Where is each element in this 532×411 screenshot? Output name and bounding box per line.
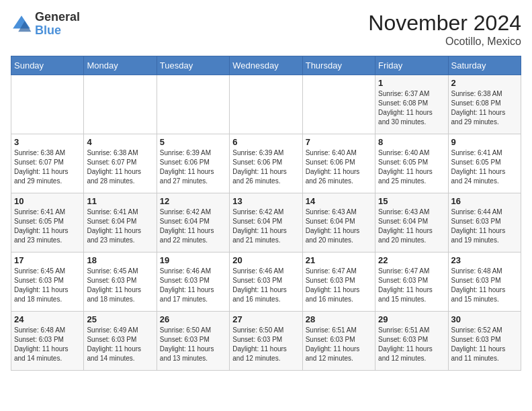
calendar-cell: 19Sunrise: 6:46 AM Sunset: 6:03 PM Dayli… <box>157 253 229 312</box>
calendar-cell: 6Sunrise: 6:39 AM Sunset: 6:06 PM Daylig… <box>230 134 302 193</box>
day-info: Sunrise: 6:45 AM Sunset: 6:03 PM Dayligh… <box>14 267 81 304</box>
day-info: Sunrise: 6:44 AM Sunset: 6:03 PM Dayligh… <box>451 208 518 245</box>
day-number: 29 <box>378 314 445 324</box>
month-title: November 2024 <box>368 11 521 36</box>
calendar-body: 1Sunrise: 6:37 AM Sunset: 6:08 PM Daylig… <box>11 75 521 371</box>
day-info: Sunrise: 6:41 AM Sunset: 6:05 PM Dayligh… <box>451 148 518 186</box>
calendar-cell: 23Sunrise: 6:48 AM Sunset: 6:03 PM Dayli… <box>448 253 521 312</box>
calendar-cell: 18Sunrise: 6:45 AM Sunset: 6:03 PM Dayli… <box>84 253 157 312</box>
day-info: Sunrise: 6:43 AM Sunset: 6:04 PM Dayligh… <box>306 208 372 245</box>
day-number: 4 <box>87 137 153 147</box>
page-header: General Blue November 2024 Ocotillo, Mex… <box>11 11 521 48</box>
day-number: 10 <box>14 196 81 206</box>
weekday-header-saturday: Saturday <box>448 56 521 75</box>
day-info: Sunrise: 6:41 AM Sunset: 6:05 PM Dayligh… <box>14 208 81 245</box>
calendar-cell: 15Sunrise: 6:43 AM Sunset: 6:04 PM Dayli… <box>375 193 448 253</box>
calendar-cell: 5Sunrise: 6:39 AM Sunset: 6:06 PM Daylig… <box>157 134 229 193</box>
day-number: 6 <box>232 137 299 147</box>
calendar-cell <box>84 75 157 134</box>
calendar-cell: 26Sunrise: 6:50 AM Sunset: 6:03 PM Dayli… <box>157 312 229 371</box>
day-number: 7 <box>306 137 372 147</box>
day-info: Sunrise: 6:38 AM Sunset: 6:07 PM Dayligh… <box>14 148 81 186</box>
day-info: Sunrise: 6:49 AM Sunset: 6:03 PM Dayligh… <box>87 326 153 363</box>
day-number: 19 <box>160 255 226 265</box>
day-number: 30 <box>451 314 518 324</box>
calendar-cell: 28Sunrise: 6:51 AM Sunset: 6:03 PM Dayli… <box>302 312 375 371</box>
day-number: 13 <box>232 196 299 206</box>
day-info: Sunrise: 6:50 AM Sunset: 6:03 PM Dayligh… <box>232 326 299 363</box>
calendar-cell: 11Sunrise: 6:41 AM Sunset: 6:04 PM Dayli… <box>84 193 157 253</box>
calendar-week-3: 10Sunrise: 6:41 AM Sunset: 6:05 PM Dayli… <box>11 193 521 253</box>
weekday-header-tuesday: Tuesday <box>157 56 229 75</box>
calendar-cell <box>11 75 84 134</box>
calendar-week-5: 24Sunrise: 6:48 AM Sunset: 6:03 PM Dayli… <box>11 312 521 371</box>
weekday-header-monday: Monday <box>84 56 157 75</box>
day-info: Sunrise: 6:41 AM Sunset: 6:04 PM Dayligh… <box>87 208 153 245</box>
day-info: Sunrise: 6:45 AM Sunset: 6:03 PM Dayligh… <box>87 267 153 304</box>
calendar-week-1: 1Sunrise: 6:37 AM Sunset: 6:08 PM Daylig… <box>11 75 521 134</box>
calendar-cell: 24Sunrise: 6:48 AM Sunset: 6:03 PM Dayli… <box>11 312 84 371</box>
day-number: 21 <box>306 255 372 265</box>
day-number: 8 <box>378 137 445 147</box>
day-number: 14 <box>306 196 372 206</box>
calendar-cell: 21Sunrise: 6:47 AM Sunset: 6:03 PM Dayli… <box>302 253 375 312</box>
calendar-cell: 25Sunrise: 6:49 AM Sunset: 6:03 PM Dayli… <box>84 312 157 371</box>
day-number: 2 <box>451 78 518 88</box>
calendar-cell: 8Sunrise: 6:40 AM Sunset: 6:05 PM Daylig… <box>375 134 448 193</box>
day-number: 20 <box>232 255 299 265</box>
day-info: Sunrise: 6:39 AM Sunset: 6:06 PM Dayligh… <box>232 148 299 186</box>
day-info: Sunrise: 6:51 AM Sunset: 6:03 PM Dayligh… <box>378 326 445 363</box>
day-number: 23 <box>451 255 518 265</box>
day-number: 27 <box>232 314 299 324</box>
day-number: 26 <box>160 314 226 324</box>
calendar-cell: 13Sunrise: 6:42 AM Sunset: 6:04 PM Dayli… <box>230 193 302 253</box>
day-info: Sunrise: 6:48 AM Sunset: 6:03 PM Dayligh… <box>14 326 81 363</box>
day-number: 16 <box>451 196 518 206</box>
day-number: 28 <box>306 314 372 324</box>
day-number: 5 <box>160 137 226 147</box>
day-number: 11 <box>87 196 153 206</box>
calendar-table: SundayMondayTuesdayWednesdayThursdayFrid… <box>11 56 521 371</box>
day-number: 17 <box>14 255 81 265</box>
logo-icon <box>11 13 32 35</box>
calendar-cell: 17Sunrise: 6:45 AM Sunset: 6:03 PM Dayli… <box>11 253 84 312</box>
day-info: Sunrise: 6:47 AM Sunset: 6:03 PM Dayligh… <box>306 267 372 304</box>
calendar-cell: 30Sunrise: 6:52 AM Sunset: 6:03 PM Dayli… <box>448 312 521 371</box>
day-info: Sunrise: 6:46 AM Sunset: 6:03 PM Dayligh… <box>160 267 226 304</box>
calendar-week-2: 3Sunrise: 6:38 AM Sunset: 6:07 PM Daylig… <box>11 134 521 193</box>
calendar-cell: 10Sunrise: 6:41 AM Sunset: 6:05 PM Dayli… <box>11 193 84 253</box>
day-number: 24 <box>14 314 81 324</box>
calendar-cell: 22Sunrise: 6:47 AM Sunset: 6:03 PM Dayli… <box>375 253 448 312</box>
location: Ocotillo, Mexico <box>368 36 521 48</box>
day-info: Sunrise: 6:42 AM Sunset: 6:04 PM Dayligh… <box>160 208 226 245</box>
weekday-header-friday: Friday <box>375 56 448 75</box>
day-info: Sunrise: 6:37 AM Sunset: 6:08 PM Dayligh… <box>378 89 445 127</box>
weekday-header-thursday: Thursday <box>302 56 375 75</box>
logo-blue-text: Blue <box>35 24 61 37</box>
calendar-cell: 27Sunrise: 6:50 AM Sunset: 6:03 PM Dayli… <box>230 312 302 371</box>
calendar-cell <box>230 75 302 134</box>
day-info: Sunrise: 6:43 AM Sunset: 6:04 PM Dayligh… <box>378 208 445 245</box>
weekday-header-sunday: Sunday <box>11 56 84 75</box>
weekday-header-row: SundayMondayTuesdayWednesdayThursdayFrid… <box>11 56 521 75</box>
day-info: Sunrise: 6:39 AM Sunset: 6:06 PM Dayligh… <box>160 148 226 186</box>
day-number: 3 <box>14 137 81 147</box>
day-info: Sunrise: 6:47 AM Sunset: 6:03 PM Dayligh… <box>378 267 445 304</box>
calendar-cell: 1Sunrise: 6:37 AM Sunset: 6:08 PM Daylig… <box>375 75 448 134</box>
day-number: 1 <box>378 78 445 88</box>
day-number: 9 <box>451 137 518 147</box>
day-info: Sunrise: 6:42 AM Sunset: 6:04 PM Dayligh… <box>232 208 299 245</box>
weekday-header-wednesday: Wednesday <box>230 56 302 75</box>
calendar-cell: 7Sunrise: 6:40 AM Sunset: 6:06 PM Daylig… <box>302 134 375 193</box>
logo: General Blue <box>11 11 80 38</box>
day-info: Sunrise: 6:46 AM Sunset: 6:03 PM Dayligh… <box>232 267 299 304</box>
calendar-cell: 12Sunrise: 6:42 AM Sunset: 6:04 PM Dayli… <box>157 193 229 253</box>
day-info: Sunrise: 6:48 AM Sunset: 6:03 PM Dayligh… <box>451 267 518 304</box>
calendar-cell: 16Sunrise: 6:44 AM Sunset: 6:03 PM Dayli… <box>448 193 521 253</box>
day-info: Sunrise: 6:40 AM Sunset: 6:06 PM Dayligh… <box>306 148 372 186</box>
logo-general-text: General <box>35 10 80 24</box>
calendar-week-4: 17Sunrise: 6:45 AM Sunset: 6:03 PM Dayli… <box>11 253 521 312</box>
day-number: 18 <box>87 255 153 265</box>
title-block: November 2024 Ocotillo, Mexico <box>368 11 521 48</box>
day-number: 15 <box>378 196 445 206</box>
